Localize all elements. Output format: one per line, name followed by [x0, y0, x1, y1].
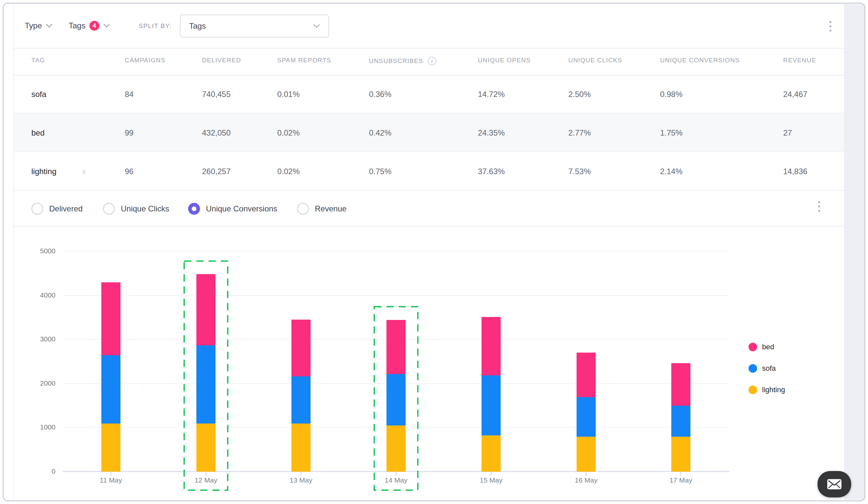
cell-campaigns: 96 [125, 152, 134, 191]
tags-filter-label: Tags [69, 21, 85, 30]
info-icon[interactable]: i [428, 57, 436, 65]
header-divider [13, 75, 844, 75]
bar-segment-sofa-15-may[interactable] [482, 375, 501, 435]
y-axis-tick-label: 1000 [20, 423, 55, 431]
cell-revenue: 24,467 [783, 75, 807, 114]
x-axis-tick [396, 472, 396, 476]
split-by-selected-value: Tags [189, 21, 313, 31]
column-header-unique-opens: UNIQUE OPENS [478, 57, 531, 64]
bar-segment-bed-15-may[interactable] [482, 317, 501, 375]
metric-option-unique-conversions[interactable]: Unique Conversions [188, 191, 277, 227]
legend-item-bed[interactable]: bed [748, 342, 774, 352]
table-row-bed: bed99432,0500.02%0.42%24.35%2.77%1.75%27 [13, 114, 844, 152]
truncated-text-artifact: s [83, 152, 86, 191]
radio-unselected[interactable] [31, 203, 43, 215]
gridline-4000 [63, 295, 730, 296]
radio-selected[interactable] [188, 203, 200, 215]
type-filter-label: Type [25, 21, 42, 30]
chevron-down-icon [46, 24, 52, 28]
table-row-sofa: sofa84740,4550.01%0.36%14.72%2.50%0.98%2… [13, 75, 844, 114]
x-axis-tick [206, 472, 206, 476]
table-options-kebab-button[interactable] [824, 17, 837, 35]
column-header-unsubscribes: UNSUBSCRIBESi [369, 57, 436, 65]
column-header-tag: TAG [31, 57, 45, 64]
y-axis-tick-label: 3000 [20, 335, 55, 343]
bar-segment-lighting-13-may[interactable] [291, 423, 311, 472]
bar-segment-sofa-12-may[interactable] [196, 345, 216, 424]
bar-segment-bed-16-may[interactable] [577, 353, 596, 397]
bar-segment-sofa-13-may[interactable] [291, 376, 311, 424]
bar-segment-bed-17-may[interactable] [671, 363, 691, 406]
radio-unselected[interactable] [297, 203, 309, 215]
column-header-label: CAMPAIGNS [125, 57, 165, 64]
bar-segment-lighting-16-may[interactable] [577, 437, 596, 472]
radio-unselected[interactable] [103, 203, 115, 215]
cell-revenue: 27 [783, 114, 792, 152]
column-header-spam-reports: SPAM REPORTS [277, 57, 331, 64]
column-header-delivered: DELIVERED [202, 57, 241, 64]
cell-delivered: 740,455 [202, 75, 231, 114]
legend-label: sofa [762, 364, 776, 373]
cell-tag: sofa [31, 75, 46, 114]
cell-tag: bed [31, 114, 44, 152]
metric-option-delivered[interactable]: Delivered [31, 191, 83, 227]
cell-unique_clicks: 2.77% [568, 114, 591, 152]
legend-label: bed [762, 343, 774, 351]
chart-options-kebab-button[interactable] [813, 197, 826, 216]
bar-segment-lighting-17-may[interactable] [671, 437, 691, 472]
x-axis-label-12-may: 12 May [179, 476, 232, 484]
x-axis-tick [586, 472, 587, 476]
metric-option-label: Unique Conversions [206, 204, 277, 213]
chat-launcher-button[interactable] [817, 471, 851, 497]
bar-segment-lighting-11-may[interactable] [101, 423, 121, 472]
metric-option-unique-clicks[interactable]: Unique Clicks [103, 191, 169, 227]
bar-segment-lighting-15-may[interactable] [482, 435, 501, 472]
legend-item-lighting[interactable]: lighting [748, 385, 785, 395]
legend-dot-bed [748, 343, 757, 351]
cell-unique_conversions: 0.98% [660, 75, 683, 114]
bar-segment-sofa-11-may[interactable] [101, 355, 121, 423]
column-header-label: SPAM REPORTS [277, 57, 331, 64]
cell-delivered: 260,257 [202, 152, 231, 191]
type-filter-dropdown[interactable]: Type [25, 19, 52, 32]
cell-campaigns: 84 [125, 75, 134, 114]
legend-item-sofa[interactable]: sofa [748, 364, 776, 374]
tags-filter-dropdown[interactable]: Tags 4 [69, 19, 110, 32]
x-axis-label-13-may: 13 May [275, 476, 328, 484]
bar-segment-sofa-17-may[interactable] [671, 406, 691, 437]
bar-segment-bed-11-may[interactable] [101, 282, 121, 356]
bar-segment-sofa-16-may[interactable] [577, 397, 596, 437]
column-header-unique-clicks: UNIQUE CLICKS [568, 57, 622, 64]
cell-unique_conversions: 1.75% [660, 114, 683, 152]
bar-segment-bed-12-may[interactable] [196, 274, 216, 345]
bar-segment-sofa-14-may[interactable] [386, 374, 406, 426]
cell-unique_clicks: 7.53% [568, 152, 591, 191]
split-by-select[interactable]: Tags [180, 14, 329, 38]
column-header-label: REVENUE [783, 57, 816, 64]
y-axis-tick-label: 2000 [20, 379, 55, 387]
bar-segment-lighting-14-may[interactable] [386, 426, 406, 472]
bar-segment-bed-13-may[interactable] [291, 319, 311, 376]
metric-option-label: Delivered [49, 204, 83, 213]
cell-spam_reports: 0.01% [277, 75, 300, 114]
x-axis-label-15-may: 15 May [465, 476, 517, 484]
column-header-label: UNSUBSCRIBES [369, 57, 423, 65]
x-axis-label-17-may: 17 May [654, 476, 707, 484]
legend-dot-lighting [748, 386, 757, 394]
metrics-divider [13, 226, 844, 227]
legend-label: lighting [762, 386, 785, 394]
metric-option-label: Revenue [315, 204, 347, 213]
x-axis-tick [301, 472, 301, 476]
bar-segment-bed-14-may[interactable] [386, 320, 406, 374]
legend-dot-sofa [748, 364, 757, 373]
column-header-label: TAG [31, 57, 45, 64]
cell-tag: lighting [31, 152, 56, 191]
column-header-campaigns: CAMPAIGNS [125, 57, 165, 64]
metric-option-label: Unique Clicks [121, 204, 169, 213]
cell-delivered: 432,050 [202, 114, 231, 152]
metric-option-revenue[interactable]: Revenue [297, 191, 347, 227]
x-axis-tick [681, 472, 681, 476]
y-axis-tick-label: 4000 [20, 291, 55, 299]
cell-unique_clicks: 2.50% [568, 75, 591, 114]
bar-segment-lighting-12-may[interactable] [196, 423, 216, 472]
